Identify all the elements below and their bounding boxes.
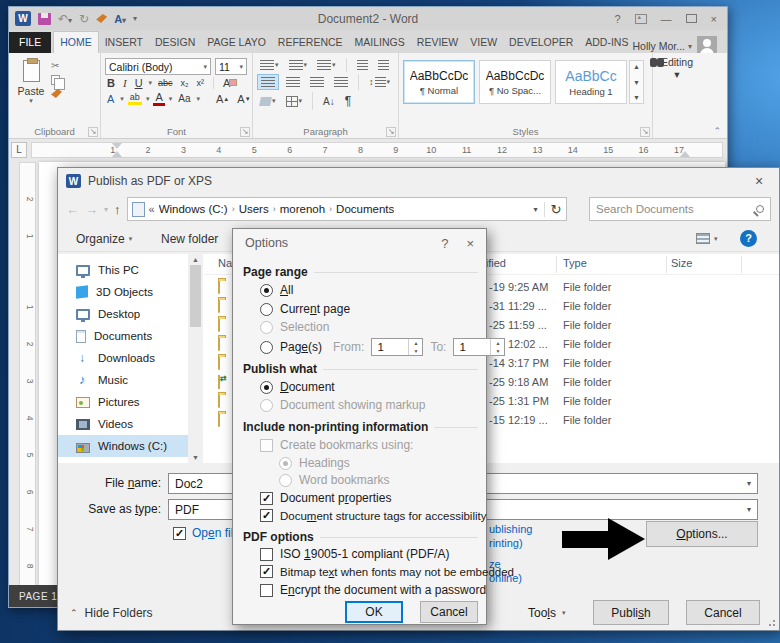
sort-button[interactable]: A↓ (320, 94, 338, 109)
style-card[interactable]: AaBbCcDc ¶ Normal (403, 60, 475, 104)
resize-grip[interactable] (768, 619, 776, 627)
subscript-button[interactable]: x₂ (179, 78, 191, 88)
organize-button[interactable]: Organize▾ (76, 232, 132, 246)
decrease-indent-button[interactable] (354, 58, 371, 72)
ribbon-tab[interactable]: HOME (53, 31, 99, 53)
copy-icon[interactable] (51, 75, 60, 85)
sidebar-item[interactable]: Downloads (58, 347, 188, 369)
chevron-down-icon[interactable]: ▾ (534, 205, 538, 214)
align-right-button[interactable] (307, 75, 327, 89)
checkbox-unchecked-icon[interactable] (260, 548, 273, 561)
checkbox-checked-icon[interactable]: ✓ (173, 527, 186, 540)
superscript-button[interactable]: x² (195, 78, 207, 88)
to-spinner[interactable]: 1 ▲▼ (453, 338, 505, 356)
format-painter-icon[interactable] (96, 14, 107, 23)
numbering-button[interactable]: ▾ (286, 58, 311, 72)
dialog-launcher-icon[interactable]: ↘ (640, 127, 650, 137)
breadcrumb-item[interactable]: Users › (239, 203, 278, 215)
justify-button[interactable] (331, 75, 351, 89)
radio-off-icon[interactable] (260, 341, 273, 354)
hanging-indent-marker[interactable] (112, 151, 122, 157)
radio-on-icon[interactable] (260, 284, 273, 297)
minimize-icon[interactable]: — (661, 13, 672, 25)
breadcrumb-item[interactable]: Documents › (336, 203, 394, 215)
show-paragraph-marks-button[interactable]: ¶ (342, 92, 354, 110)
refresh-icon[interactable]: ↻ (544, 202, 562, 217)
publish-button[interactable]: Publish (593, 600, 669, 625)
checkbox-unchecked-icon[interactable] (260, 584, 273, 597)
style-card[interactable]: AaBbCc Heading 1 (555, 60, 627, 104)
radio-pages[interactable]: Page(s) From: 1 ▲▼ To: 1 ▲▼ (260, 338, 505, 356)
ribbon-tab[interactable]: DESIGN (149, 32, 201, 53)
undo-icon[interactable]: ↶▾ (58, 13, 72, 25)
grow-font-button[interactable]: A▲ (214, 93, 231, 105)
strikethrough-button[interactable]: abc (156, 78, 175, 88)
sidebar-item[interactable]: Videos (58, 413, 188, 435)
paste-button[interactable]: Paste ▾ (13, 56, 49, 118)
column-header[interactable]: Size (671, 257, 692, 269)
sidebar-item[interactable]: This PC (58, 259, 188, 281)
shrink-font-button[interactable]: A▼ (235, 93, 252, 105)
sidebar-item[interactable]: Desktop (58, 303, 188, 325)
checkbox-iso[interactable]: ISO 19005-1 compliant (PDF/A) (260, 547, 449, 561)
style-card[interactable]: AaBbCcDc ¶ No Spac... (479, 60, 551, 104)
editing-group[interactable]: Editing ▾ (653, 53, 701, 138)
new-folder-button[interactable]: New folder (161, 232, 218, 246)
radio-off-icon[interactable] (260, 303, 273, 316)
cancel-button[interactable]: Cancel (686, 600, 760, 625)
checkbox-checked-icon[interactable]: ✓ (260, 492, 273, 505)
ok-button[interactable]: OK (345, 601, 403, 623)
breadcrumb[interactable]: « Windows (C:) › Users › (127, 197, 567, 221)
ribbon-tab[interactable]: PAGE LAYO (201, 32, 272, 53)
column-header[interactable]: Type (563, 257, 587, 269)
text-effects-button[interactable]: A (105, 93, 116, 105)
close-icon[interactable]: × (466, 236, 474, 251)
save-icon[interactable] (38, 13, 51, 25)
increase-indent-button[interactable] (375, 58, 392, 72)
ribbon-tab[interactable]: DEVELOPER (503, 32, 579, 53)
radio-on-icon[interactable] (260, 381, 273, 394)
dialog-launcher-icon[interactable]: ↘ (88, 127, 98, 137)
back-icon[interactable]: ← (66, 202, 79, 217)
style-icon[interactable]: A▾ (114, 13, 126, 25)
font-size-combo[interactable]: 11▾ (215, 58, 247, 75)
tools-menu[interactable]: Tools ▾ (528, 606, 566, 620)
sidebar-item[interactable]: Music (58, 369, 188, 391)
search-input[interactable]: Search Documents (589, 197, 771, 221)
hide-folders-button[interactable]: ⌃ Hide Folders (70, 606, 153, 620)
styles-scrollbar[interactable]: ▲▼▼ (629, 60, 644, 104)
checkbox-document-properties[interactable]: ✓ Document properties (260, 491, 391, 505)
cancel-button[interactable]: Cancel (420, 601, 478, 623)
checkbox-checked-icon[interactable]: ✓ (260, 509, 273, 522)
ribbon-tab[interactable]: REFERENCE (272, 32, 349, 53)
breadcrumb-item[interactable]: Windows (C:) › (159, 203, 237, 215)
font-name-combo[interactable]: Calibri (Body)▾ (105, 58, 211, 75)
radio-current-page[interactable]: Current page (260, 302, 350, 316)
align-center-button[interactable] (283, 75, 303, 89)
forward-icon[interactable]: → (85, 202, 98, 217)
recent-locations-icon[interactable]: ▾ (104, 205, 108, 214)
collapse-ribbon-icon[interactable]: ⌃ (713, 126, 721, 136)
align-left-button[interactable] (257, 74, 279, 90)
from-spinner[interactable]: 1 ▲▼ (371, 338, 423, 356)
dialog-launcher-icon[interactable]: ↘ (386, 127, 396, 137)
bullets-button[interactable]: ▾ (257, 58, 282, 72)
help-icon[interactable]: ? (740, 230, 757, 247)
highlight-button[interactable]: ab (128, 92, 142, 105)
ribbon-tab[interactable]: FILE (9, 32, 51, 53)
bold-button[interactable]: B (105, 77, 117, 89)
dialog-launcher-icon[interactable]: ↘ (240, 127, 250, 137)
checkbox-bitmap-text[interactable]: ✓ Bitmap text when fonts may not be embe… (260, 565, 514, 578)
up-icon[interactable]: ↑ (114, 202, 121, 217)
change-case-button[interactable]: Aa (176, 93, 192, 104)
cut-icon[interactable]: ✂ (51, 60, 62, 71)
close-icon[interactable]: × (711, 13, 717, 25)
maximize-icon[interactable] (686, 14, 697, 23)
sidebar-item[interactable]: Documents (58, 325, 188, 347)
ribbon-tab[interactable]: VIEW (464, 32, 503, 53)
italic-button[interactable]: I (121, 77, 129, 89)
help-icon[interactable]: ? (614, 13, 620, 25)
radio-all[interactable]: All (260, 283, 293, 297)
ribbon-tab[interactable]: INSERT (99, 32, 149, 53)
sidebar-item[interactable]: Windows (C:) (58, 435, 188, 457)
